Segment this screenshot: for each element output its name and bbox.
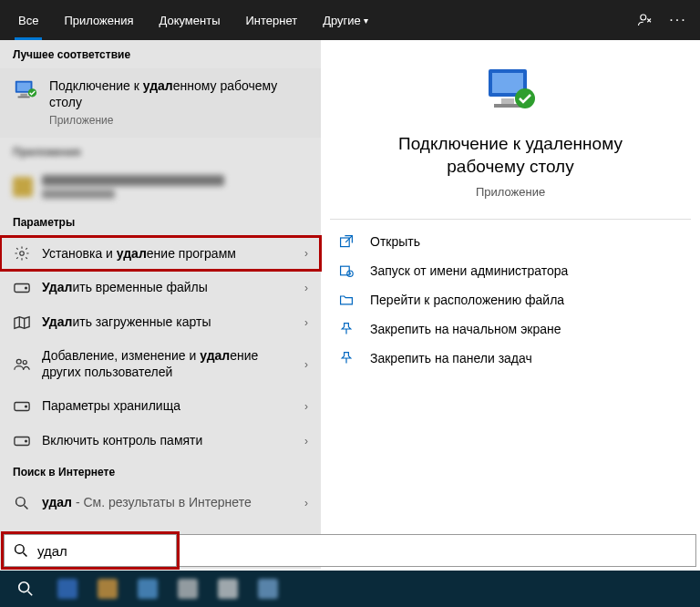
best-match-subtitle: Приложение <box>49 114 308 127</box>
chevron-right-icon: › <box>304 435 308 448</box>
taskbar-app-icon[interactable] <box>250 571 286 607</box>
svg-point-0 <box>641 15 646 20</box>
section-best-match: Лучшее соответствие <box>0 40 321 68</box>
svg-rect-3 <box>20 94 26 97</box>
search-input[interactable] <box>37 543 211 559</box>
action-run-admin[interactable]: Запуск от имени администратора <box>330 256 691 285</box>
settings-item-label: Удалить временные файлы <box>42 280 293 296</box>
svg-point-14 <box>26 440 27 442</box>
open-icon <box>337 234 355 249</box>
taskbar-app-icon[interactable] <box>49 571 86 607</box>
section-web-search: Поиск в Интернете <box>0 458 321 486</box>
best-match-item[interactable]: Подключение к удаленному рабочему столу … <box>0 68 321 138</box>
svg-rect-17 <box>492 73 523 93</box>
people-icon <box>13 357 31 372</box>
svg-rect-2 <box>17 83 31 91</box>
tab-other-label: Другие <box>323 14 361 27</box>
action-pin-start[interactable]: Закрепить на начальном экране <box>330 314 691 344</box>
pin-icon <box>337 351 355 365</box>
svg-point-8 <box>26 287 27 289</box>
action-label: Запуск от имени администратора <box>370 263 568 278</box>
storage-icon <box>13 282 31 294</box>
svg-rect-18 <box>501 98 514 104</box>
best-match-title: Подключение к удаленному рабочему столу <box>49 77 308 110</box>
settings-item-storage-settings[interactable]: Параметры хранилища › <box>0 389 321 424</box>
detail-title: Подключение к удаленному рабочему столу <box>330 133 691 178</box>
action-label: Закрепить на начальном экране <box>370 322 561 336</box>
tab-documents[interactable]: Документы <box>146 0 232 40</box>
section-settings: Параметры <box>0 208 321 236</box>
more-icon[interactable]: ··· <box>662 12 695 28</box>
settings-item-storage-sense[interactable]: Включить контроль памяти › <box>0 424 321 458</box>
chevron-right-icon: › <box>304 316 308 329</box>
taskbar-app-icon[interactable] <box>89 571 126 607</box>
taskbar-app-icon[interactable] <box>170 571 206 607</box>
settings-item-label: Включить контроль памяти <box>42 433 293 449</box>
pin-icon <box>337 322 355 336</box>
svg-point-15 <box>16 498 26 507</box>
storage-icon <box>13 400 31 413</box>
svg-point-9 <box>16 359 21 364</box>
settings-item-label: Добавление, изменение и удаление других … <box>42 348 293 380</box>
chevron-right-icon: › <box>304 358 308 371</box>
settings-item-manage-users[interactable]: Добавление, изменение и удаление других … <box>0 339 321 389</box>
settings-item-label: Параметры хранилища <box>42 398 293 415</box>
taskbar-app-icon[interactable] <box>210 571 246 607</box>
action-open[interactable]: Открыть <box>330 227 691 256</box>
tab-apps[interactable]: Приложения <box>51 0 146 40</box>
results-panel: Лучшее соответствие Подключение к удален… <box>0 40 321 569</box>
search-icon <box>14 543 28 558</box>
web-search-label: удал - См. результаты в Интернете <box>42 495 293 511</box>
taskbar-search-button[interactable] <box>5 571 46 607</box>
settings-item-delete-maps[interactable]: Удалить загруженные карты › <box>0 305 321 340</box>
tab-all[interactable]: Все <box>5 0 51 40</box>
search-bar[interactable] <box>4 534 177 567</box>
tab-other[interactable]: Другие ▾ <box>310 0 381 40</box>
svg-point-20 <box>515 88 535 108</box>
gear-icon <box>13 245 31 262</box>
chevron-right-icon: › <box>304 497 308 509</box>
taskbar-app-icon[interactable] <box>129 571 166 607</box>
rdp-icon <box>13 77 38 103</box>
blurred-app-result <box>0 166 321 208</box>
search-icon <box>13 496 31 510</box>
svg-point-25 <box>19 582 29 592</box>
action-pin-taskbar[interactable]: Закрепить на панели задач <box>330 344 691 373</box>
svg-point-6 <box>20 252 25 256</box>
web-search-item[interactable]: удал - См. результаты в Интернете › <box>0 486 321 520</box>
chevron-right-icon: › <box>304 247 308 260</box>
search-tabs: Все Приложения Документы Интернет Другие… <box>0 0 700 40</box>
chevron-down-icon: ▾ <box>364 15 368 26</box>
storage-icon <box>13 435 31 448</box>
action-label: Открыть <box>370 234 420 249</box>
settings-list: Установка и удаление программ › Удалить … <box>0 236 321 458</box>
folder-icon <box>337 293 355 307</box>
detail-panel: Подключение к удаленному рабочему столу … <box>321 40 700 569</box>
divider <box>330 219 691 220</box>
action-file-location[interactable]: Перейти к расположению файла <box>330 285 691 314</box>
svg-point-24 <box>15 545 25 554</box>
taskbar <box>0 571 700 607</box>
settings-item-delete-temp[interactable]: Удалить временные файлы › <box>0 271 321 305</box>
map-icon <box>13 315 31 330</box>
admin-icon <box>337 263 355 278</box>
section-apps-blurred: Приложения <box>0 138 321 166</box>
settings-item-label: Удалить загруженные карты <box>42 314 293 331</box>
detail-subtitle: Приложение <box>330 185 691 199</box>
svg-rect-22 <box>341 267 350 276</box>
action-label: Перейти к расположению файла <box>370 293 564 307</box>
chevron-right-icon: › <box>304 400 308 413</box>
settings-item-uninstall-programs[interactable]: Установка и удаление программ › <box>0 236 321 271</box>
tab-internet[interactable]: Интернет <box>232 0 310 40</box>
action-label: Закрепить на панели задач <box>370 351 532 365</box>
svg-rect-4 <box>18 97 30 98</box>
settings-item-label: Установка и удаление программ <box>42 246 293 262</box>
feedback-icon[interactable] <box>629 12 662 28</box>
chevron-right-icon: › <box>304 282 308 294</box>
svg-point-10 <box>23 360 26 364</box>
detail-app-icon <box>330 66 691 117</box>
svg-point-12 <box>26 406 27 407</box>
